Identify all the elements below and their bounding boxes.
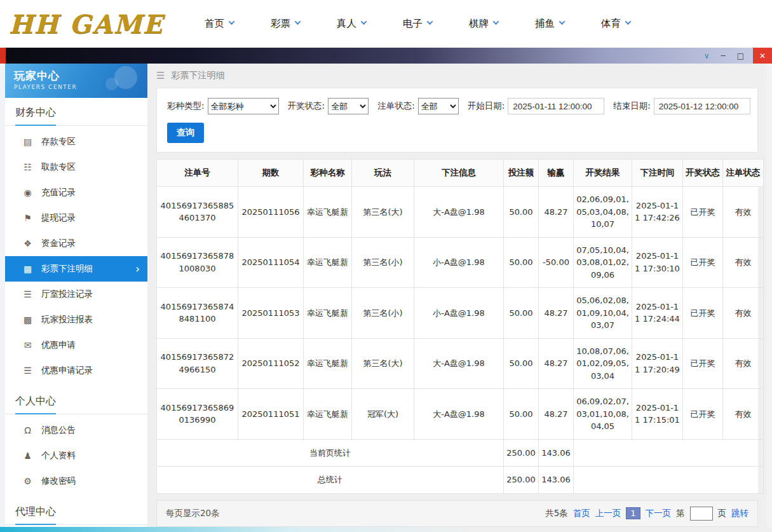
- table-cell: 2025-01-11 17:30:10: [632, 237, 683, 288]
- table-row: 40156917365874848110020250111053幸运飞艇新第三名…: [157, 288, 764, 339]
- table-cell: 小-A盘@1.98: [414, 237, 504, 288]
- nav-item-live[interactable]: 真人: [337, 17, 366, 31]
- end-date-input[interactable]: [654, 98, 750, 114]
- prev-page-link[interactable]: 上一页: [595, 508, 621, 519]
- table-cell: 已开奖: [683, 389, 723, 440]
- table-cell: 02,06,09,01,05,03,04,08,10,07: [574, 187, 632, 238]
- table-row: 40156917365885460137020250111056幸运飞艇新第三名…: [157, 187, 764, 238]
- current-page-indicator[interactable]: 1: [626, 507, 640, 519]
- sidebar-item-promo-apply[interactable]: ✉优惠申请: [5, 332, 147, 358]
- nav-item-slots[interactable]: 电子: [403, 17, 432, 31]
- window-close-button[interactable]: ✕: [753, 48, 772, 64]
- lottery-type-select[interactable]: 全部彩种: [208, 98, 279, 114]
- window-dropdown-icon[interactable]: ∨: [704, 52, 710, 60]
- app-window: HH GAME 首页 彩票 真人 电子 棋牌 捕鱼 体育 ∨ ─ □ ✕ 玩家中…: [0, 0, 772, 532]
- table-cell: 20250111051: [238, 389, 304, 440]
- sidebar-item-announcements[interactable]: Ω消息公告: [5, 418, 147, 443]
- sidebar-item-lottery-bet-details[interactable]: ▦彩票下注明细›: [5, 256, 147, 282]
- window-left-frame: [0, 64, 5, 532]
- sidebar-section-personal[interactable]: 个人中心: [5, 386, 147, 414]
- window-maximize-icon[interactable]: □: [737, 52, 744, 60]
- table-header: 注单状态: [723, 160, 764, 187]
- sidebar-item-promo-apply-records[interactable]: ☰优惠申请记录: [5, 358, 147, 383]
- table-cell: 已开奖: [683, 338, 723, 389]
- table-cell: 401569173658748481100: [157, 288, 238, 339]
- sidebar-item-deposit-zone[interactable]: ▤存款专区: [5, 129, 147, 154]
- table-cell: 48.27: [539, 187, 574, 238]
- chevron-down-icon: [427, 18, 433, 25]
- sidebar-finance-items: ▤存款专区 ☷取款专区 ◉充值记录 ⚑提现记录 ❖资金记录 ▦彩票下注明细› ☰…: [5, 126, 147, 386]
- draw-status-select[interactable]: 全部: [328, 98, 369, 114]
- sidebar-item-label: 修改密码: [41, 475, 76, 487]
- jump-page-input[interactable]: [690, 507, 713, 521]
- filter-order-status: 注单状态: 全部: [377, 98, 459, 114]
- jump-button[interactable]: 跳转: [731, 508, 748, 519]
- sidebar-item-withdrawal-records[interactable]: ⚑提现记录: [5, 205, 147, 231]
- gear-icon: ⚙: [22, 476, 33, 486]
- filter-row: 彩种类型: 全部彩种 开奖状态: 全部 注单状态:: [167, 98, 747, 114]
- nav-item-home[interactable]: 首页: [205, 17, 234, 31]
- bell-icon: Ω: [22, 425, 33, 435]
- table-cell: 幸运飞艇新: [304, 187, 352, 238]
- table-cell: 有效: [723, 237, 764, 288]
- table-cell: 第三名(小): [352, 288, 414, 339]
- summary-winloss-total: 143.06: [539, 467, 574, 494]
- summary-bet-total: 250.00: [504, 467, 539, 494]
- sidebar-item-label: 资金记录: [41, 238, 76, 249]
- menu-icon[interactable]: ☰: [156, 70, 165, 81]
- table-cell: 第三名(大): [352, 187, 414, 238]
- draw-status-label: 开奖状态:: [288, 100, 325, 112]
- sidebar-item-hall-bet-records[interactable]: ☰厅室投注记录: [5, 282, 147, 307]
- table-cell: 2025-01-11 17:24:44: [632, 288, 683, 339]
- nav-item-sports[interactable]: 体育: [601, 17, 630, 31]
- order-status-select[interactable]: 全部: [418, 98, 459, 114]
- jump-suffix-text: 页: [718, 508, 727, 519]
- first-page-link[interactable]: 首页: [573, 508, 590, 519]
- nav-item-lottery[interactable]: 彩票: [271, 17, 300, 31]
- table-cell: 2025-01-11 17:15:01: [632, 389, 683, 440]
- chevron-down-icon: [361, 18, 367, 25]
- sidebar-item-funds-records[interactable]: ❖资金记录: [5, 231, 147, 256]
- nav-label: 真人: [337, 17, 356, 31]
- sidebar-item-player-bet-report[interactable]: ▩玩家投注报表: [5, 307, 147, 332]
- table-cell: 50.00: [504, 187, 539, 238]
- window-right-frame: [767, 64, 772, 532]
- sidebar-item-label: 厅室投注记录: [41, 289, 93, 300]
- sidebar-section-agent[interactable]: 代理中心: [5, 497, 147, 525]
- table-cell: 已开奖: [683, 187, 723, 238]
- sidebar-header: 玩家中心 PLAYERS CENTER: [5, 64, 147, 98]
- search-button[interactable]: 查询: [167, 123, 204, 143]
- nav-label: 体育: [601, 17, 621, 31]
- sidebar-item-label: 优惠申请记录: [41, 365, 93, 376]
- filter-draw-status: 开奖状态: 全部: [288, 98, 369, 114]
- summary-empty: [574, 439, 764, 467]
- sidebar-item-label: 消息公告: [41, 425, 76, 436]
- sidebar-item-label: 取款专区: [41, 161, 76, 173]
- nav-item-fishing[interactable]: 捕鱼: [535, 17, 564, 31]
- sidebar-item-recharge-records[interactable]: ◉充值记录: [5, 180, 147, 205]
- table-cell: 大-A盘@1.98: [414, 389, 504, 440]
- bet-table: 注单号 期数 彩种名称 玩法 下注信息 投注额 输赢 开奖结果 下注时间 开奖状…: [156, 159, 764, 494]
- table-cell: 20250111054: [238, 237, 304, 288]
- filter-lottery-type: 彩种类型: 全部彩种: [167, 98, 279, 114]
- next-page-link[interactable]: 下一页: [646, 508, 672, 519]
- page-size-text: 每页显示20条: [166, 508, 220, 519]
- withdraw-icon: ☷: [22, 162, 33, 172]
- table-cell: 大-A盘@1.98: [414, 338, 504, 389]
- table-header: 输赢: [539, 160, 574, 187]
- sidebar-subtitle: PLAYERS CENTER: [14, 84, 147, 90]
- table-cell: 第三名(大): [352, 338, 414, 389]
- table-cell: 50.00: [504, 389, 539, 440]
- chevron-right-icon: ›: [135, 264, 140, 275]
- sidebar-section-finance[interactable]: 财务中心: [5, 98, 147, 126]
- sidebar-item-change-password[interactable]: ⚙修改密码: [5, 468, 147, 494]
- window-minimize-icon[interactable]: ─: [721, 52, 725, 60]
- table-cell: 07,05,10,04,03,08,01,02,09,06: [574, 237, 632, 288]
- table-cell: 幸运飞艇新: [304, 338, 352, 389]
- nav-item-cards[interactable]: 棋牌: [469, 17, 498, 31]
- sidebar-item-withdraw-zone[interactable]: ☷取款专区: [5, 154, 147, 180]
- start-date-input[interactable]: [508, 98, 604, 114]
- user-icon: ♟: [22, 451, 33, 461]
- sidebar-item-profile[interactable]: ♟个人资料: [5, 443, 147, 468]
- chevron-down-icon: [493, 18, 499, 25]
